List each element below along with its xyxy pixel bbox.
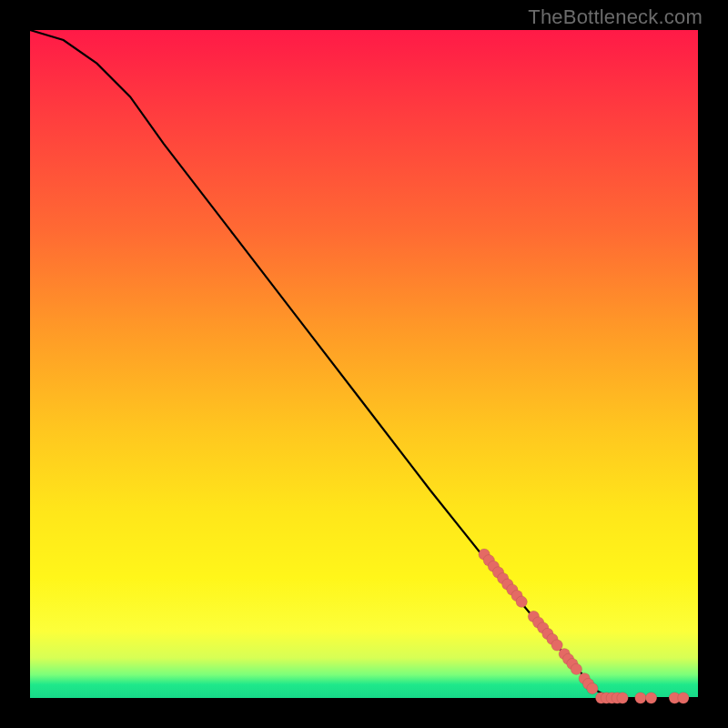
bottleneck-curve: [30, 30, 698, 698]
data-point: [516, 596, 527, 607]
data-point: [645, 693, 656, 703]
data-point: [571, 663, 581, 674]
chart-frame: TheBottleneck.com: [0, 0, 728, 728]
data-point: [587, 683, 598, 694]
data-point: [617, 693, 628, 703]
data-point: [678, 693, 689, 703]
plot-area: [30, 30, 698, 698]
data-point: [635, 693, 646, 703]
chart-svg: [30, 30, 698, 698]
data-points: [479, 549, 689, 703]
watermark-text: TheBottleneck.com: [528, 5, 703, 29]
